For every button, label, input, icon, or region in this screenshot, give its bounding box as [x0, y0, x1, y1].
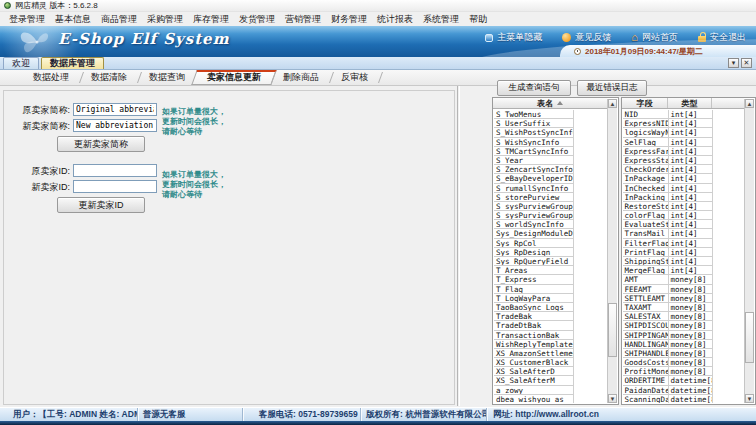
field-row[interactable]: TAXAMTmoney[8]	[623, 303, 744, 312]
table-row[interactable]: T_Express	[494, 275, 607, 284]
field-row[interactable]: AMTmoney[8]	[623, 275, 744, 284]
menu-item[interactable]: 统计报表	[372, 12, 418, 26]
table-row[interactable]: TaoBaoSync_Logs	[494, 303, 607, 312]
new-seller-abbr-input[interactable]	[73, 119, 157, 132]
field-row[interactable]: InPackageint[4]	[623, 174, 744, 183]
table-row[interactable]: XS_CustomerBlack	[494, 358, 607, 367]
table-row[interactable]: TransactionBak	[494, 331, 607, 340]
field-row[interactable]: ExpressStatint[4]	[623, 156, 744, 165]
menu-item[interactable]: 帮助	[464, 12, 492, 26]
table-row[interactable]: S_Year	[494, 156, 607, 165]
field-row[interactable]: ScanningDatdatetime[8]	[623, 395, 744, 403]
new-seller-id-input[interactable]	[73, 180, 157, 193]
scrollbar-thumb[interactable]	[745, 312, 754, 364]
main-tab[interactable]: 欢迎	[3, 57, 39, 69]
field-row[interactable]: ProfitMoneymoney[8]	[623, 367, 744, 376]
table-row[interactable]: S_storePurview	[494, 193, 607, 202]
sub-tab[interactable]: 卖家信息更新	[196, 70, 272, 85]
menu-item[interactable]: 库存管理	[188, 12, 234, 26]
table-row[interactable]: S_sysPurviewGroupdet	[494, 211, 607, 220]
old-seller-id-input[interactable]	[73, 164, 157, 177]
generate-query-button[interactable]: 生成查询语句	[497, 80, 571, 96]
table-row[interactable]: dbea_wishyou_as	[494, 395, 607, 403]
field-row[interactable]: MergeFlagint[4]	[623, 266, 744, 275]
field-grid-scrollbar[interactable]	[744, 99, 754, 403]
main-tab[interactable]: 数据库管理	[41, 57, 104, 69]
sub-tab[interactable]: 数据处理	[22, 70, 80, 85]
field-row[interactable]: colorFlagint[4]	[623, 211, 744, 220]
recent-error-log-button[interactable]: 最近错误日志	[577, 80, 647, 96]
old-seller-abbr-input[interactable]	[73, 103, 157, 116]
scroll-down-icon[interactable]	[745, 394, 754, 403]
table-row[interactable]: T_Flag	[494, 285, 607, 294]
scroll-up-icon[interactable]	[608, 99, 617, 108]
table-row[interactable]: S_TwoMenus	[494, 110, 607, 119]
field-row[interactable]: SelFlagint[4]	[623, 138, 744, 147]
table-row[interactable]: S_WishSyncInfo	[494, 138, 607, 147]
field-row[interactable]: ShippingStaint[4]	[623, 257, 744, 266]
field-row[interactable]: ExpressFareint[4]	[623, 147, 744, 156]
field-row[interactable]: SALESTAXmoney[8]	[623, 312, 744, 321]
field-row[interactable]: InCheckedint[4]	[623, 184, 744, 193]
table-row[interactable]: T_Areas	[494, 266, 607, 275]
table-row[interactable]: S_worldSyncInfo	[494, 220, 607, 229]
field-row[interactable]: TransMailint[4]	[623, 229, 744, 238]
table-row[interactable]: S_UserSuffix	[494, 119, 607, 128]
table-row[interactable]: TradeDtBak	[494, 321, 607, 330]
table-row[interactable]: XS_SaleAfterM	[494, 376, 607, 385]
menu-item[interactable]: 营销管理	[280, 12, 326, 26]
field-row[interactable]: FEEAMTmoney[8]	[623, 285, 744, 294]
menu-item[interactable]: 系统管理	[418, 12, 464, 26]
field-row[interactable]: RestoreStocint[4]	[623, 202, 744, 211]
menu-hide-link[interactable]: 主菜单隐藏	[485, 31, 542, 44]
field-row[interactable]: GoodsCostsmoney[8]	[623, 358, 744, 367]
feedback-link[interactable]: 意见反馈	[562, 31, 611, 44]
scroll-down-icon[interactable]	[608, 394, 617, 403]
panel-splitter[interactable]	[457, 86, 460, 406]
menu-item[interactable]: 登录管理	[4, 12, 50, 26]
update-seller-abbr-button[interactable]: 更新卖家简称	[57, 136, 145, 152]
table-row[interactable]: Sys_DesignModuleDt	[494, 229, 607, 238]
table-row[interactable]: S_rumallSyncInfo	[494, 184, 607, 193]
scroll-up-icon[interactable]	[745, 99, 754, 108]
menu-item[interactable]: 发货管理	[234, 12, 280, 26]
menu-item[interactable]: 采购管理	[142, 12, 188, 26]
field-row[interactable]: CheckOrderint[4]	[623, 165, 744, 174]
sub-tab[interactable]: 删除商品	[272, 70, 330, 85]
field-row[interactable]: SHIPDISCOUNmoney[8]	[623, 321, 744, 330]
field-row[interactable]: SHIPPINGAMTmoney[8]	[623, 331, 744, 340]
type-column-header[interactable]: 类型	[668, 98, 712, 108]
field-row[interactable]: HANDLINGAMTmoney[8]	[623, 340, 744, 349]
menu-item[interactable]: 财务管理	[326, 12, 372, 26]
scrollbar-thumb[interactable]	[608, 303, 617, 358]
field-row[interactable]: FilterFlagint[4]	[623, 239, 744, 248]
table-row[interactable]: a_zowy	[494, 386, 607, 395]
field-column-header[interactable]: 字段	[622, 98, 668, 108]
field-row[interactable]: ExpressNIDint[4]	[623, 119, 744, 128]
table-row[interactable]: WishReplyTemplate	[494, 340, 607, 349]
table-row[interactable]: S_TMCartSyncInfo	[494, 147, 607, 156]
table-row[interactable]: XS_SaleAfterD	[494, 367, 607, 376]
field-row[interactable]: SETTLEAMTmoney[8]	[623, 294, 744, 303]
table-row[interactable]: S_sysPurviewGroup	[494, 202, 607, 211]
field-row[interactable]: PrintFlagint[4]	[623, 248, 744, 257]
table-row[interactable]: TradeBak	[494, 312, 607, 321]
table-name-column-header[interactable]: 表名	[493, 98, 607, 108]
field-row[interactable]: SHIPHANDLEAmoney[8]	[623, 349, 744, 358]
table-row[interactable]: Sys_RpQueryField	[494, 257, 607, 266]
sub-tab[interactable]: 反审核	[330, 70, 379, 85]
table-row[interactable]: Sys_RpDesign	[494, 248, 607, 257]
field-row[interactable]: InPackingint[4]	[623, 193, 744, 202]
menu-item[interactable]: 基本信息	[50, 12, 96, 26]
table-row[interactable]: XS_AmazonSettlement	[494, 349, 607, 358]
tab-dropdown-icon[interactable]	[728, 58, 739, 68]
field-row[interactable]: ORDERTIMEdatetime[8]	[623, 376, 744, 385]
menu-item[interactable]: 商品管理	[96, 12, 142, 26]
field-row[interactable]: PaidanDatedatetime[8]	[623, 386, 744, 395]
field-row[interactable]: NIDint[4]	[623, 110, 744, 119]
sub-tab[interactable]: 数据清除	[80, 70, 138, 85]
table-row[interactable]: S_eBayDeveloperID	[494, 174, 607, 183]
update-seller-id-button[interactable]: 更新卖家ID	[57, 197, 145, 213]
table-row[interactable]: Sys_RpCol	[494, 239, 607, 248]
sub-tab[interactable]: 数据查询	[138, 70, 196, 85]
